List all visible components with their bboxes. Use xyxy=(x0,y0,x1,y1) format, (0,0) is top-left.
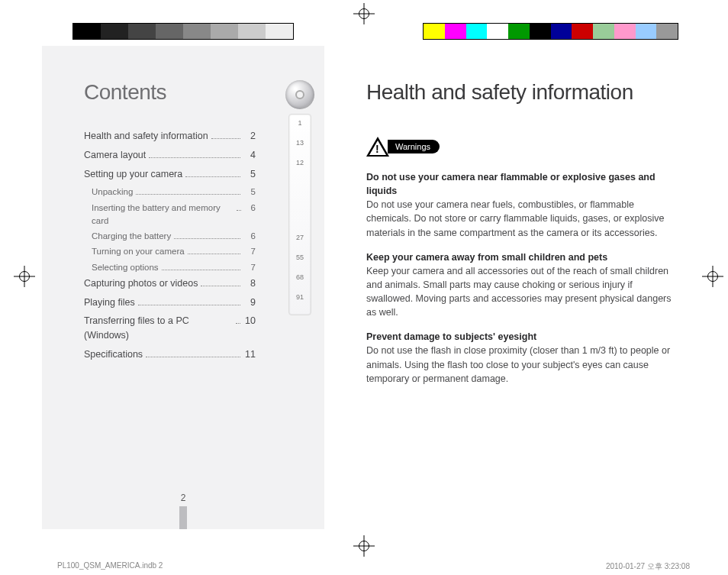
index-tick: 27 xyxy=(289,232,311,252)
toc-entry: Playing files9 xyxy=(84,296,256,310)
toc-entry: Capturing photos or videos8 xyxy=(84,276,256,291)
toc-label: Setting up your camera xyxy=(84,167,182,182)
toc-entry: Health and safety information 2 xyxy=(84,129,256,144)
manual-page-index-strip: 1 13 12 27 55 68 91 xyxy=(288,114,311,315)
toc-page: 7 xyxy=(243,261,256,274)
table-of-contents: Health and safety information 2 Camera l… xyxy=(84,129,256,362)
right-page: Health and safety information ! Warnings… xyxy=(324,46,701,529)
toc-subentry: Inserting the battery and memory card6 xyxy=(92,202,256,228)
warning-heading: Do not use your camera near flammable or… xyxy=(366,172,656,196)
crosshair-icon xyxy=(353,3,375,24)
page-number-bar xyxy=(179,506,187,529)
warning-body: Do not use your camera near fuels, combu… xyxy=(366,199,664,237)
warning-heading: Prevent damage to subjects' eyesight xyxy=(366,331,536,342)
warning-triangle-icon: ! xyxy=(366,137,389,157)
toc-entry: Specifications11 xyxy=(84,347,256,362)
warning-heading: Keep your camera away from small childre… xyxy=(366,252,607,263)
toc-page: 9 xyxy=(243,296,256,310)
left-page: Contents Health and safety information 2… xyxy=(42,46,324,529)
disc-icon xyxy=(285,80,314,109)
toc-subentry: Unpacking5 xyxy=(92,186,256,199)
warning-body: Keep your camera and all accessories out… xyxy=(366,266,672,318)
crosshair-icon xyxy=(353,535,375,557)
warning-section: Prevent damage to subjects' eyesight Do … xyxy=(366,330,675,386)
toc-label: Transferring files to a PC (Windows) xyxy=(84,314,233,343)
toc-entry: Camera layout 4 xyxy=(84,148,256,163)
page-number-value: 2 xyxy=(181,493,186,503)
toc-label: Inserting the battery and memory card xyxy=(92,202,234,228)
toc-label: Camera layout xyxy=(84,148,146,163)
color-swatch-strip xyxy=(423,23,678,40)
crosshair-icon xyxy=(14,266,35,287)
toc-label: Playing files xyxy=(84,296,135,310)
toc-page: 10 xyxy=(243,314,256,328)
toc-page: 6 xyxy=(243,230,256,243)
index-tick: 12 xyxy=(289,157,311,177)
warnings-badge: ! Warnings xyxy=(366,137,440,157)
index-tick: 1 xyxy=(289,118,311,137)
toc-label: Capturing photos or videos xyxy=(84,276,198,291)
toc-label: Health and safety information xyxy=(84,129,208,144)
toc-page: 7 xyxy=(243,245,256,258)
toc-label: Unpacking xyxy=(92,186,133,199)
toc-page: 2 xyxy=(243,129,256,144)
warnings-label: Warnings xyxy=(388,140,440,153)
footer-timestamp: 2010-01-27 오후 3:23:08 xyxy=(606,561,690,572)
toc-subentry: Selecting options7 xyxy=(92,261,256,274)
toc-page: 6 xyxy=(244,202,256,215)
contents-heading: Contents xyxy=(84,80,311,105)
warning-body: Do not use the flash in close proximity … xyxy=(366,345,670,383)
toc-label: Charging the battery xyxy=(92,230,171,243)
warning-section: Do not use your camera near flammable or… xyxy=(366,170,675,240)
manual-page-index-column: 1 13 12 27 55 68 91 xyxy=(285,80,315,315)
index-tick: 91 xyxy=(289,292,311,312)
toc-page: 5 xyxy=(243,186,256,199)
toc-entry: Transferring files to a PC (Windows)10 xyxy=(84,314,256,343)
page-number: 2 xyxy=(179,493,187,529)
toc-subentry: Turning on your camera7 xyxy=(92,245,256,258)
toc-entry: Setting up your camera 5 xyxy=(84,167,256,182)
toc-label: Specifications xyxy=(84,347,143,362)
grayscale-swatch-strip xyxy=(72,23,294,40)
toc-page: 4 xyxy=(243,148,256,163)
warning-section: Keep your camera away from small childre… xyxy=(366,250,675,320)
toc-page: 11 xyxy=(243,347,256,362)
index-tick: 68 xyxy=(289,272,311,292)
section-heading: Health and safety information xyxy=(366,80,675,105)
crosshair-icon xyxy=(702,266,723,287)
toc-label: Turning on your camera xyxy=(92,245,185,258)
toc-label: Selecting options xyxy=(92,261,159,274)
toc-page: 8 xyxy=(243,276,256,291)
toc-subentry: Charging the battery6 xyxy=(92,230,256,243)
index-tick: 55 xyxy=(289,252,311,272)
index-tick: 13 xyxy=(289,137,311,157)
footer-filename: PL100_QSM_AMERICA.indb 2 xyxy=(57,561,163,570)
toc-page: 5 xyxy=(243,167,256,182)
